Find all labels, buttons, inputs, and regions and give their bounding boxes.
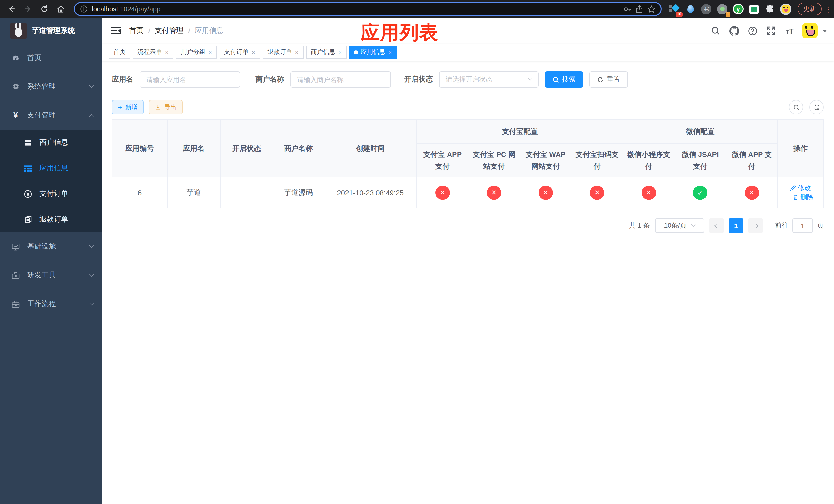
- chevron-down-icon: [89, 243, 94, 248]
- sidebar-item-refund-orders[interactable]: 退款订单: [0, 207, 102, 232]
- goto-page-input[interactable]: [792, 219, 813, 233]
- page-number-button[interactable]: 1: [729, 219, 743, 233]
- col-alipay-app: 支付宝 APP 支付: [417, 143, 468, 177]
- alipay-wap-status-icon: [538, 185, 553, 200]
- merchant-name-input-wrap: [290, 71, 391, 88]
- page-size-select[interactable]: 10条/页: [655, 219, 704, 233]
- breadcrumb-current: 应用信息: [195, 26, 224, 36]
- fullscreen-icon[interactable]: [765, 25, 776, 37]
- goto-unit-label: 页: [817, 221, 824, 230]
- sidebar-menu: 首页 系统管理 ¥ 支付管理: [0, 44, 102, 504]
- forward-icon[interactable]: [21, 2, 35, 16]
- dashboard-icon: [11, 53, 20, 62]
- merchant-name-input[interactable]: [297, 76, 384, 83]
- col-app-name: 应用名: [167, 120, 220, 177]
- toolbox-icon: [11, 271, 20, 280]
- refresh-button[interactable]: [809, 100, 824, 114]
- address-bar[interactable]: localhost:1024/pay/app: [74, 2, 662, 16]
- sidebar-item-payment[interactable]: ¥ 支付管理: [0, 101, 102, 130]
- show-search-toggle-button[interactable]: [789, 100, 803, 114]
- sidebar-item-infrastructure[interactable]: 基础设施: [0, 232, 102, 261]
- sidebar-item-dev-tools[interactable]: 研发工具: [0, 261, 102, 290]
- close-icon[interactable]: ×: [251, 49, 256, 55]
- tag-pay-orders[interactable]: 支付订单×: [220, 45, 260, 59]
- extension-balloon-icon[interactable]: [685, 3, 696, 15]
- tag-user-group[interactable]: 用户分组×: [176, 45, 217, 59]
- page-content: 应用名 商户名称 开启状态 请选择开启状态: [102, 61, 834, 248]
- sidebar-item-merchant-info[interactable]: 商户信息: [0, 130, 102, 155]
- col-alipay-qr: 支付宝扫码支付: [571, 143, 623, 177]
- browser-menu-icon[interactable]: ⋮: [825, 5, 830, 13]
- next-page-button[interactable]: [748, 219, 763, 233]
- home-icon[interactable]: [53, 2, 68, 16]
- extension-command-icon[interactable]: ⌘: [701, 3, 712, 15]
- alipay-app-status-icon: [435, 185, 449, 200]
- extensions-puzzle-icon[interactable]: [764, 3, 775, 15]
- close-icon[interactable]: ×: [388, 49, 392, 55]
- font-size-icon[interactable]: тT: [784, 25, 795, 37]
- password-key-icon[interactable]: [623, 5, 631, 13]
- breadcrumb: 首页 / 支付管理 / 应用信息: [129, 26, 224, 36]
- edit-link[interactable]: 修改: [790, 183, 811, 192]
- github-icon[interactable]: [728, 25, 740, 37]
- chevron-down-icon: [528, 75, 533, 81]
- page-annotation: 应用列表: [360, 20, 439, 46]
- app-table: 应用编号 应用名 开启状态 商户名称 创建时间 支付宝配置 微信配置 操作 支付…: [112, 119, 824, 208]
- sidebar-item-label: 商户信息: [40, 138, 68, 147]
- app-logo-row[interactable]: 芋道管理系统: [0, 18, 102, 44]
- sidebar-collapse-icon[interactable]: [111, 27, 121, 35]
- sidebar-item-label: 基础设施: [27, 242, 83, 251]
- close-icon[interactable]: ×: [338, 49, 343, 55]
- close-icon[interactable]: ×: [164, 49, 169, 55]
- goto-label: 前往: [775, 221, 788, 230]
- app-name-input[interactable]: [146, 76, 233, 83]
- col-alipay-wap: 支付宝 WAP 网站支付: [520, 143, 571, 177]
- monitor-icon: [11, 242, 20, 251]
- add-button[interactable]: +新增: [112, 100, 144, 114]
- extension-y-logo-icon[interactable]: y: [732, 3, 744, 15]
- tag-app-info[interactable]: 应用信息×: [349, 45, 397, 59]
- site-info-icon[interactable]: [80, 5, 88, 13]
- status-select-placeholder: 请选择开启状态: [446, 75, 492, 84]
- extension-tag-manager-icon[interactable]: 10: [669, 3, 680, 15]
- breadcrumb-payment[interactable]: 支付管理: [155, 26, 184, 36]
- profile-avatar-icon[interactable]: [780, 3, 791, 15]
- user-avatar[interactable]: [802, 23, 818, 39]
- sidebar-item-label: 支付订单: [40, 189, 68, 199]
- app-logo-rabbit: [10, 23, 27, 39]
- wechat-jsapi-status-icon: [693, 185, 707, 200]
- chevron-down-icon[interactable]: [823, 29, 827, 32]
- sidebar-item-app-info[interactable]: 应用信息: [0, 155, 102, 181]
- status-label: 开启状态: [404, 75, 433, 84]
- tag-merchant-info[interactable]: 商户信息×: [306, 45, 347, 59]
- extension-chat-icon[interactable]: [748, 3, 760, 15]
- chevron-down-icon: [89, 271, 94, 276]
- tag-refund-orders[interactable]: 退款订单×: [263, 45, 304, 59]
- col-create-time: 创建时间: [324, 120, 417, 177]
- close-icon[interactable]: ×: [295, 49, 299, 55]
- delete-link[interactable]: 删除: [792, 192, 813, 202]
- back-icon[interactable]: [4, 2, 19, 16]
- search-icon[interactable]: [710, 25, 721, 37]
- wechat-mini-status-icon: [641, 185, 656, 200]
- bookmark-star-icon[interactable]: [647, 5, 656, 13]
- sidebar-item-home[interactable]: 首页: [0, 44, 102, 72]
- share-icon[interactable]: [636, 5, 643, 13]
- reload-icon[interactable]: [37, 2, 51, 16]
- sidebar-item-workflow[interactable]: 工作流程: [0, 290, 102, 318]
- search-button[interactable]: 搜索: [545, 71, 583, 88]
- browser-update-button[interactable]: 更新: [797, 3, 822, 15]
- breadcrumb-home[interactable]: 首页: [129, 26, 144, 36]
- status-select[interactable]: 请选择开启状态: [439, 71, 539, 88]
- help-icon[interactable]: [747, 25, 758, 37]
- reset-button[interactable]: 重置: [589, 71, 628, 88]
- sidebar-item-pay-orders[interactable]: 支付订单: [0, 181, 102, 207]
- close-icon[interactable]: ×: [208, 49, 212, 55]
- tag-home[interactable]: 首页: [109, 45, 130, 59]
- chevron-up-icon: [89, 114, 94, 119]
- prev-page-button[interactable]: [709, 219, 724, 233]
- sidebar-item-system[interactable]: 系统管理: [0, 72, 102, 101]
- export-button[interactable]: 导出: [149, 100, 182, 114]
- extension-recorder-icon[interactable]: 1: [717, 3, 728, 15]
- tag-process-form[interactable]: 流程表单×: [133, 45, 174, 59]
